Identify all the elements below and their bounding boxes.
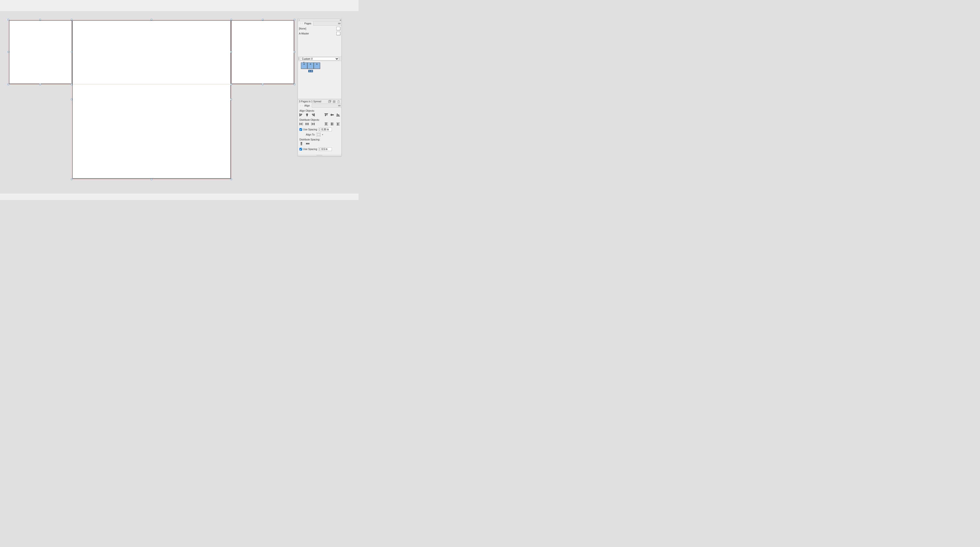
selection-handle[interactable]	[151, 179, 152, 180]
stepper-up-icon[interactable]: ▲	[318, 147, 321, 149]
spacing-value-input[interactable]	[321, 147, 332, 151]
distribute-left-icon[interactable]	[299, 122, 303, 126]
grip-icon: ⋮⋮	[299, 105, 303, 107]
stepper-down-icon[interactable]: ▼	[318, 149, 321, 151]
master-a-label: A-Master	[299, 32, 336, 35]
selection-handle[interactable]	[294, 84, 295, 85]
align-left-icon[interactable]	[299, 113, 303, 117]
selection-handle[interactable]	[71, 98, 72, 100]
spread-thumbnail-area[interactable]: ▾ A A A 1-3	[298, 61, 341, 99]
pages-panel-body: [None] A-Master Custom V ▾ A	[298, 25, 341, 103]
master-none-row[interactable]: [None]	[299, 26, 340, 31]
selection-handle[interactable]	[294, 19, 295, 21]
stepper-down-icon[interactable]: ▼	[318, 130, 321, 132]
distribute-right-icon[interactable]	[311, 122, 315, 126]
svg-rect-24	[337, 114, 337, 116]
spread-thumbnails[interactable]: A A A	[301, 62, 320, 69]
panel-menu-icon[interactable]	[337, 105, 341, 106]
splitter-grip-icon[interactable]	[298, 57, 299, 60]
svg-rect-64	[309, 143, 309, 144]
close-icon[interactable]: ×	[299, 19, 300, 21]
svg-rect-45	[326, 123, 326, 124]
align-objects-label: Align Objects:	[299, 109, 340, 112]
selection-handle[interactable]	[71, 84, 72, 85]
distribute-vcenter-icon[interactable]	[331, 122, 334, 126]
svg-rect-36	[308, 124, 309, 124]
spacing-stepper-1[interactable]: ▲▼	[318, 128, 332, 132]
selection-handle[interactable]	[231, 51, 232, 52]
document-canvas[interactable]	[8, 20, 294, 179]
use-spacing-checkbox[interactable]	[299, 128, 302, 131]
distribute-hspacing-icon[interactable]	[306, 142, 310, 145]
selection-handle[interactable]	[231, 19, 232, 21]
selection-handle[interactable]	[40, 19, 41, 21]
align-right-icon[interactable]	[311, 113, 315, 117]
master-a-row[interactable]: A-Master	[299, 31, 340, 36]
align-to-target-icon[interactable]	[317, 133, 321, 136]
page-thumb-2[interactable]: A	[307, 62, 314, 69]
panel-menu-icon[interactable]	[337, 23, 341, 24]
selection-handle[interactable]	[71, 51, 72, 52]
selection-handle[interactable]	[8, 19, 9, 21]
page-frame-left[interactable]	[9, 21, 72, 84]
bottom-status-strip	[0, 193, 358, 200]
svg-rect-21	[331, 114, 332, 116]
page-thumb-3[interactable]: A	[314, 62, 320, 69]
new-page-icon[interactable]	[332, 100, 336, 103]
selection-handle[interactable]	[71, 179, 72, 180]
selection-handle[interactable]	[231, 179, 232, 180]
selection-handle[interactable]	[8, 51, 9, 52]
page-thumb-1[interactable]: A	[301, 62, 307, 69]
selection-handle[interactable]	[231, 98, 232, 100]
distribute-top-icon[interactable]	[325, 122, 328, 126]
svg-rect-16	[313, 115, 314, 116]
panel-resize-grip[interactable]	[298, 154, 341, 156]
tab-align[interactable]: ⋮⋮ Align	[298, 103, 312, 108]
selection-handle[interactable]	[262, 84, 264, 85]
selection-handle[interactable]	[294, 51, 295, 52]
selection-handle[interactable]	[71, 19, 72, 21]
use-spacing-label: Use Spacing	[303, 148, 317, 151]
svg-rect-5	[338, 101, 339, 103]
distribute-vspacing-icon[interactable]	[299, 142, 303, 145]
align-vcenter-icon[interactable]	[331, 113, 334, 117]
align-to-label: Align To:	[306, 133, 315, 136]
collapse-icon[interactable]: ◂◂	[340, 19, 340, 21]
tab-pages[interactable]: ⋮⋮ Pages	[298, 21, 313, 25]
svg-rect-13	[307, 115, 308, 116]
align-hcenter-icon[interactable]	[305, 113, 309, 117]
spacing-value-input[interactable]	[321, 128, 332, 131]
edit-page-size-icon[interactable]	[328, 100, 331, 103]
master-pages-list: [None] A-Master	[298, 25, 341, 36]
distribute-bottom-icon[interactable]	[336, 122, 340, 126]
distribute-hcenter-icon[interactable]	[305, 122, 309, 126]
separator	[340, 57, 340, 60]
selection-handle[interactable]	[40, 84, 41, 85]
chevron-down-icon[interactable]: ▾	[322, 133, 323, 136]
align-top-icon[interactable]	[325, 113, 328, 117]
page-frame-center[interactable]	[72, 21, 231, 179]
pages-view-dropdown[interactable]: Custom V	[300, 57, 339, 60]
selection-handle[interactable]	[262, 19, 264, 21]
page-frame-right[interactable]	[231, 21, 294, 84]
spacing-stepper-2[interactable]: ▲▼	[318, 147, 332, 151]
svg-rect-12	[306, 114, 308, 115]
panel-stack: × ◂◂ ⋮⋮ Pages [None] A-Master	[298, 19, 342, 156]
top-toolbar-strip	[0, 0, 358, 11]
svg-rect-9	[300, 114, 302, 115]
use-spacing-checkbox[interactable]	[299, 148, 302, 151]
master-thumb	[336, 27, 340, 30]
pages-view-control: Custom V	[298, 57, 341, 61]
grip-icon: ⋮⋮	[299, 22, 303, 24]
selection-handle[interactable]	[231, 84, 232, 85]
master-spacer	[298, 36, 341, 57]
selection-handle[interactable]	[151, 19, 152, 21]
stepper-up-icon[interactable]: ▲	[318, 128, 321, 130]
distribute-spacing-row	[299, 142, 340, 145]
master-none-label: [None]	[299, 27, 336, 30]
trash-icon[interactable]	[337, 100, 340, 103]
selection-handle[interactable]	[8, 84, 9, 85]
svg-rect-40	[312, 124, 313, 124]
svg-rect-63	[307, 143, 308, 144]
align-bottom-icon[interactable]	[336, 113, 340, 117]
